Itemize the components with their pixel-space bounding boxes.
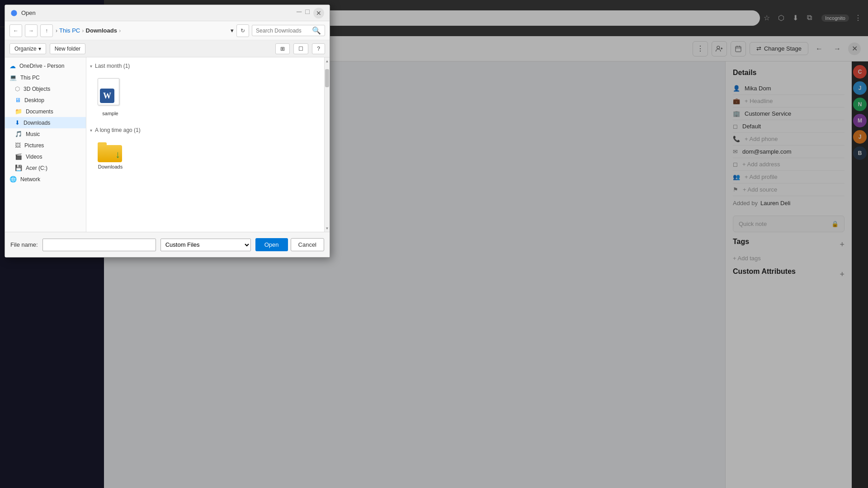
nav-videos[interactable]: 🎬 Videos — [5, 151, 86, 162]
word-page: W — [98, 78, 119, 105]
nav-desktop-label: Desktop — [24, 97, 44, 103]
dialog-search-box[interactable]: 🔍 — [252, 25, 325, 36]
dialog-search-input[interactable] — [256, 28, 310, 34]
word-file-icon: W — [98, 78, 123, 109]
dialog-up-button[interactable]: ↑ — [40, 24, 53, 37]
scroll-thumb[interactable] — [325, 69, 329, 87]
view-options-button[interactable]: ⊞ — [275, 43, 290, 54]
file-open-dialog: Open ─ □ ✕ ← → ↑ › This PC › Downloads ›… — [5, 5, 330, 258]
dialog-scrollbar[interactable]: ▲ ▼ — [324, 57, 330, 232]
file-name-input[interactable] — [42, 239, 156, 251]
dialog-back-button[interactable]: ← — [9, 24, 22, 37]
preview-button[interactable]: ☐ — [293, 43, 308, 54]
file-grid-last-month: W sample — [90, 73, 321, 123]
dialog-overlay: Open ─ □ ✕ ← → ↑ › This PC › Downloads ›… — [0, 0, 868, 488]
cancel-button[interactable]: Cancel — [291, 238, 324, 251]
section-last-month-label: Last month (1) — [95, 63, 130, 69]
nav-downloads[interactable]: ⬇ Downloads — [5, 117, 86, 128]
music-icon: 🎵 — [15, 131, 22, 137]
file-item-sample[interactable]: W sample — [90, 75, 131, 120]
organize-dropdown-icon: ▾ — [38, 46, 41, 52]
dialog-action-bar: Organize ▾ New folder ⊞ ☐ ? — [5, 40, 330, 57]
file-name-label: File name: — [10, 241, 38, 248]
organize-label: Organize — [14, 46, 37, 52]
scroll-down-button[interactable]: ▼ — [325, 225, 330, 232]
nav-network[interactable]: 🌐 Network — [5, 174, 86, 185]
dialog-footer: File name: Custom Files All Files Open C… — [5, 232, 330, 257]
nav-thispc-label: This PC — [20, 75, 40, 81]
open-button[interactable]: Open — [255, 238, 288, 251]
breadcrumb-sep1: › — [82, 27, 84, 34]
nav-pictures-label: Pictures — [24, 142, 44, 149]
svg-point-17 — [11, 10, 17, 16]
nav-acer-label: Acer (C:) — [26, 165, 47, 171]
dialog-title-text: Open — [21, 9, 36, 16]
section-chevron-1: ▾ — [90, 64, 92, 69]
nav-thispc[interactable]: 💻 This PC — [5, 72, 86, 83]
scroll-up-button[interactable]: ▲ — [325, 57, 330, 65]
dialog-titlebar: Open ─ □ ✕ — [5, 5, 330, 21]
dialog-toolbar: ← → ↑ › This PC › Downloads › ▾ ↻ 🔍 — [5, 21, 330, 40]
file-name-downloads: Downloads — [98, 164, 123, 169]
dialog-minimize-button[interactable]: ─ — [297, 8, 302, 19]
nav-documents-label: Documents — [26, 108, 53, 115]
onedrive-icon: ☁ — [9, 62, 16, 70]
nav-network-label: Network — [20, 176, 40, 183]
dialog-chrome-icon — [10, 9, 18, 17]
file-item-downloads-folder[interactable]: ↓ Downloads — [90, 139, 131, 173]
file-name-sample: sample — [102, 111, 118, 116]
dialog-maximize-button[interactable]: □ — [305, 8, 310, 19]
pictures-icon: 🖼 — [15, 142, 21, 149]
dialog-forward-button[interactable]: → — [25, 24, 38, 37]
file-grid-long-ago: ↓ Downloads — [90, 137, 321, 177]
nav-music[interactable]: 🎵 Music — [5, 128, 86, 140]
dialog-title-area: Open — [10, 9, 36, 17]
dialog-window-controls: ─ □ ✕ — [297, 8, 324, 19]
thispc-icon: 💻 — [9, 74, 17, 81]
drive-icon: 💾 — [15, 164, 22, 171]
new-folder-label: New folder — [55, 46, 80, 52]
breadcrumb-downloads: Downloads — [86, 27, 117, 34]
nav-documents[interactable]: 📁 Documents — [5, 106, 86, 117]
new-folder-button[interactable]: New folder — [50, 43, 85, 54]
nav-videos-label: Videos — [26, 154, 42, 160]
nav-pictures[interactable]: 🖼 Pictures — [5, 140, 86, 151]
downloads-icon: ⬇ — [15, 119, 20, 126]
nav-3dobjects[interactable]: ⬡ 3D Objects — [5, 83, 86, 94]
nav-onedrive[interactable]: ☁ OneDrive - Person — [5, 60, 86, 72]
dialog-body: ☁ OneDrive - Person 💻 This PC ⬡ 3D Objec… — [5, 57, 330, 232]
3dobjects-icon: ⬡ — [15, 85, 20, 92]
search-icon: 🔍 — [312, 26, 321, 35]
section-chevron-2: ▾ — [90, 128, 92, 133]
footer-buttons: Open Cancel — [255, 238, 324, 251]
dialog-content-area: ▾ Last month (1) W sample ▾ — [86, 57, 324, 232]
word-badge: W — [100, 89, 114, 103]
nav-onedrive-label: OneDrive - Person — [19, 63, 64, 69]
nav-desktop[interactable]: 🖥 Desktop — [5, 94, 86, 106]
folder-icon: ↓ — [98, 142, 123, 162]
section-long-ago-label: A long time ago (1) — [95, 127, 141, 133]
dialog-close-button[interactable]: ✕ — [313, 8, 324, 19]
documents-icon: 📁 — [15, 108, 22, 115]
videos-icon: 🎬 — [15, 153, 22, 160]
folder-arrow-icon: ↓ — [115, 150, 120, 160]
organize-button[interactable]: Organize ▾ — [9, 43, 46, 54]
nav-acer[interactable]: 💾 Acer (C:) — [5, 162, 86, 174]
network-icon: 🌐 — [9, 176, 17, 183]
section-long-ago[interactable]: ▾ A long time ago (1) — [90, 125, 321, 135]
nav-downloads-label: Downloads — [24, 120, 50, 126]
breadcrumb-sep2: › — [119, 27, 121, 34]
breadcrumb-dropdown[interactable]: ▾ — [231, 27, 234, 34]
dialog-breadcrumb: › This PC › Downloads › ▾ — [56, 27, 234, 34]
breadcrumb-this-pc[interactable]: This PC — [59, 27, 80, 34]
breadcrumb-arrow: › — [56, 28, 57, 34]
folder-body: ↓ — [98, 145, 122, 162]
desktop-icon: 🖥 — [15, 97, 21, 103]
help-button[interactable]: ? — [312, 43, 325, 54]
file-type-select[interactable]: Custom Files All Files — [160, 239, 251, 251]
scroll-track[interactable] — [325, 65, 330, 225]
dialog-sidebar: ☁ OneDrive - Person 💻 This PC ⬡ 3D Objec… — [5, 57, 86, 232]
section-last-month[interactable]: ▾ Last month (1) — [90, 61, 321, 71]
dialog-refresh-button[interactable]: ↻ — [236, 24, 249, 37]
nav-3dobjects-label: 3D Objects — [24, 86, 50, 92]
